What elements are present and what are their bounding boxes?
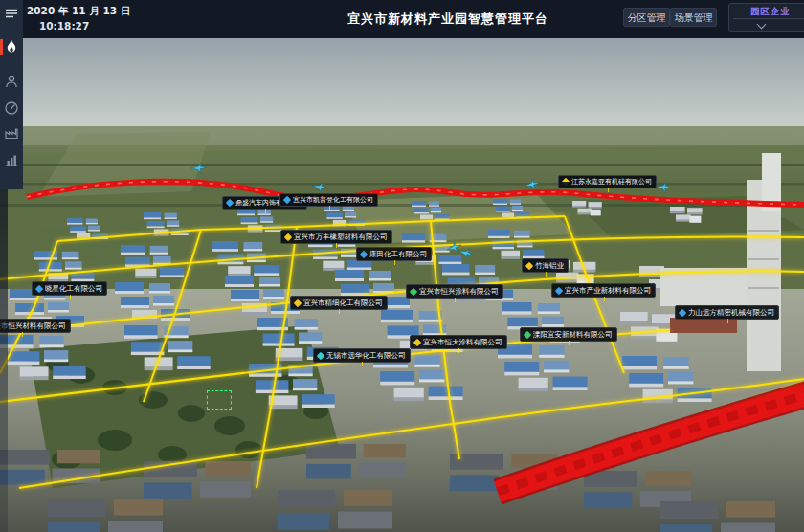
aircraft-icon [656,181,672,194]
terrain-render [0,38,804,532]
enterprise-label[interactable]: 宜兴市产业新材料有限公司 [551,283,656,298]
enterprise-label[interactable]: 江苏永嘉亚有机硅有限公司 [558,175,657,188]
enterprise-label[interactable]: 宜兴市凯普登化工有限公司 [279,193,378,207]
aircraft-marker[interactable] [312,177,329,191]
sky [0,38,804,130]
enterprise-label-text: 晓星化工有限公司 [45,284,102,294]
enterprise-marker-icon [360,250,368,257]
factory-icon[interactable] [4,125,19,141]
enterprise-label[interactable]: 宜兴市恒兴材料有限公司 [0,319,71,333]
enterprise-label-text: 无锡市远华化工有限公司 [326,351,406,361]
enterprise-label-text: 竹海铝业 [535,261,564,271]
enterprise-label[interactable]: 力山远方精密机械有限公司 [675,305,779,320]
current-time: 10:18:27 [39,20,89,32]
enterprise-label[interactable]: 溧阳宜安新材料有限公司 [520,327,617,342]
page-title: 宜兴市新材料产业园智慧管理平台 [347,11,548,28]
enterprise-label-text: 宜兴市恒兴材料有限公司 [0,321,66,331]
enterprise-label-text: 康田化工有限公司 [369,250,427,259]
hamburger-icon[interactable] [4,6,19,21]
enterprise-marker-icon [555,286,563,294]
enterprise-label[interactable]: 宜兴市精细化工有限公司 [290,296,388,310]
aircraft-marker[interactable] [524,175,541,188]
enterprise-dropdown[interactable]: 园区企业 [728,3,804,32]
chevron-down-icon [757,20,767,30]
enterprise-marker-icon [410,287,417,295]
enterprise-label-text: 宜兴市精细化工有限公司 [303,299,383,308]
current-date: 2020 年 11 月 13 日 [27,5,130,18]
scene-management-button[interactable]: 场景管理 [670,8,717,27]
aircraft-icon [191,163,207,174]
aircraft-marker[interactable] [191,160,207,171]
enterprise-label[interactable]: 晓星化工有限公司 [32,281,107,296]
enterprise-marker-icon [284,233,292,240]
enterprise-label-text: 宜兴市万丰橡塑材料有限公司 [294,233,388,242]
divider [733,18,804,19]
enterprise-label-text: 溧阳宜安新材料有限公司 [533,330,613,340]
enterprise-marker-icon [525,261,533,269]
app-window: 鼎盛汽车内饰有限公司 宜兴市凯普登化工有限公司 宜兴市万丰橡塑材料有限公司 康田… [0,0,804,532]
enterprise-dropdown-value: 园区企业 [729,4,804,18]
bar-chart-icon[interactable] [4,152,19,167]
enterprise-label-text: 力山远方精密机械有限公司 [688,308,774,318]
enterprise-label-text: 宜兴市产业新材料有限公司 [565,286,651,296]
enterprise-label[interactable]: 宜兴市万丰橡塑材料有限公司 [280,230,392,244]
enterprise-marker-icon [524,330,531,338]
enterprise-marker-icon [679,308,686,316]
enterprise-label[interactable]: 宜兴市恒兴涂料有限公司 [406,284,503,299]
sidebar-edge-shadow [0,189,8,532]
flame-icon[interactable] [4,39,19,55]
enterprise-label-text: 江苏永嘉亚有机硅有限公司 [571,177,652,187]
enterprise-label[interactable]: 无锡市远华化工有限公司 [313,348,411,363]
gauge-icon[interactable] [4,100,19,116]
enterprise-marker-icon [317,351,324,359]
top-bar: 2020 年 11 月 13 日 10:18:27 宜兴市新材料产业园智慧管理平… [23,0,804,38]
left-sidebar [0,0,23,189]
zone-management-button[interactable]: 分区管理 [623,8,670,27]
person-icon[interactable] [4,74,19,89]
aircraft-marker[interactable] [656,178,672,191]
enterprise-marker-icon [562,178,570,186]
enterprise-marker-icon [294,299,302,306]
enterprise-label-text: 宜兴市恒大涂料有限公司 [423,338,502,347]
enterprise-label[interactable]: 康田化工有限公司 [356,247,432,261]
enterprise-marker-icon [226,199,234,207]
enterprise-label[interactable]: 竹海铝业 [522,258,569,273]
enterprise-label-text: 宜兴市凯普登化工有限公司 [293,195,373,205]
enterprise-marker-icon [35,284,43,292]
enterprise-marker-icon [413,338,421,345]
enterprise-label[interactable]: 宜兴市恒大涂料有限公司 [410,335,507,349]
map-selection-cursor [207,390,232,410]
aircraft-icon [525,178,542,191]
enterprise-label-text: 宜兴市恒兴涂料有限公司 [419,287,499,297]
active-indicator [0,39,3,55]
map-canvas[interactable]: 鼎盛汽车内饰有限公司 宜兴市凯普登化工有限公司 宜兴市万丰橡塑材料有限公司 康田… [0,38,804,532]
enterprise-marker-icon [283,196,291,204]
